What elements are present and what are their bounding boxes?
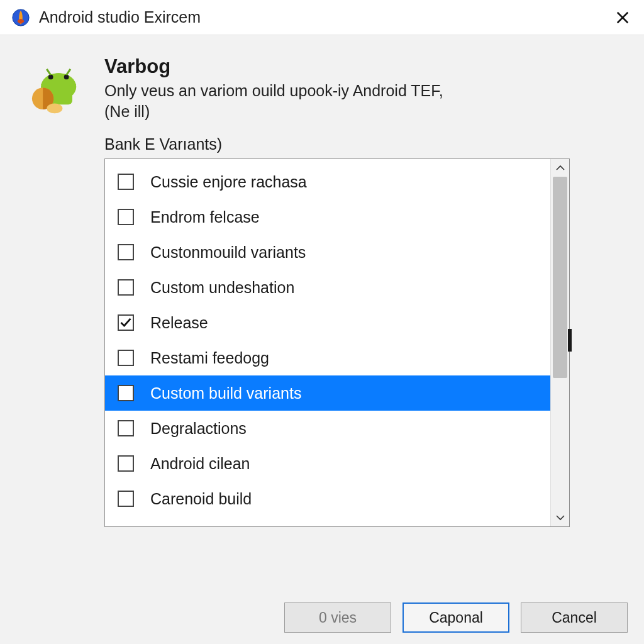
checkbox[interactable]	[118, 174, 134, 190]
svg-line-6	[47, 69, 50, 75]
list-item[interactable]: Release	[105, 305, 550, 340]
variant-list[interactable]: Cussie enjore rachasaEndrom felcaseCusto…	[105, 159, 550, 526]
scroll-up-button[interactable]	[551, 159, 569, 177]
list-label: Bank E Varıants)	[104, 135, 619, 153]
checkbox[interactable]	[118, 209, 134, 225]
checkbox[interactable]	[118, 350, 134, 366]
list-item[interactable]: Endrom felcase	[105, 199, 550, 235]
cancel-button[interactable]: Cancel	[521, 602, 628, 633]
list-item-label: Release	[150, 314, 208, 332]
list-item[interactable]: Carenoid build	[105, 481, 550, 516]
checkbox[interactable]	[118, 491, 134, 507]
scroll-marker	[568, 329, 572, 352]
close-button[interactable]	[610, 5, 635, 30]
list-item[interactable]: Degralactions	[105, 411, 550, 446]
svg-point-4	[48, 74, 53, 79]
list-item-label: Android cilean	[150, 455, 250, 473]
dialog-heading: Varbog	[104, 55, 443, 78]
check-icon	[119, 316, 132, 329]
titlebar: Android studio Exircem	[0, 0, 644, 35]
list-item[interactable]: Custom build variants	[105, 375, 550, 411]
header-row: Varbog Only veus an variom ouild upook-i…	[25, 55, 619, 121]
window-title: Android studio Exircem	[39, 8, 610, 26]
svg-line-7	[67, 69, 70, 75]
list-item[interactable]: Restami feedogg	[105, 340, 550, 375]
checkbox[interactable]	[118, 244, 134, 260]
chevron-down-icon	[556, 514, 565, 521]
list-item-label: Endrom felcase	[150, 208, 260, 226]
list-item[interactable]: Custom undeshation	[105, 270, 550, 305]
vies-button: 0 vies	[284, 602, 391, 633]
scroll-down-button[interactable]	[551, 509, 569, 526]
list-item-label: Restami feedogg	[150, 349, 269, 367]
primary-button[interactable]: Caponal	[402, 602, 509, 633]
list-item-label: Carenoid build	[150, 490, 252, 508]
button-row: 0 vies Caponal Cancel	[284, 602, 628, 633]
list-item-label: Custom build variants	[150, 384, 301, 402]
close-icon	[616, 11, 630, 25]
android-icon	[25, 55, 88, 118]
scroll-thumb[interactable]	[553, 177, 567, 378]
chevron-up-icon	[556, 165, 565, 171]
list-item-label: Cussie enjore rachasa	[150, 173, 307, 191]
checkbox[interactable]	[118, 279, 134, 296]
scrollbar[interactable]	[550, 159, 569, 526]
checkbox[interactable]	[118, 385, 134, 401]
list-item-label: Custonmouild variants	[150, 243, 306, 262]
dialog-body: Varbog Only veus an variom ouild upook-i…	[0, 35, 644, 527]
checkbox[interactable]	[118, 455, 134, 472]
list-item-label: Custom undeshation	[150, 279, 294, 297]
header-text: Varbog Only veus an variom ouild upook-i…	[104, 55, 443, 121]
svg-point-5	[64, 74, 69, 79]
app-icon	[11, 8, 30, 27]
variant-listbox: Cussie enjore rachasaEndrom felcaseCusto…	[104, 158, 570, 527]
dialog-description: Only veus an variom ouild upook-iy Andro…	[104, 80, 443, 121]
list-item[interactable]: Android cilean	[105, 446, 550, 481]
checkbox[interactable]	[118, 314, 134, 331]
checkbox[interactable]	[118, 420, 134, 436]
list-item-label: Degralactions	[150, 419, 247, 438]
list-item[interactable]: Cussie enjore rachasa	[105, 164, 550, 199]
list-item[interactable]: Custonmouild variants	[105, 235, 550, 270]
svg-point-9	[47, 104, 62, 114]
